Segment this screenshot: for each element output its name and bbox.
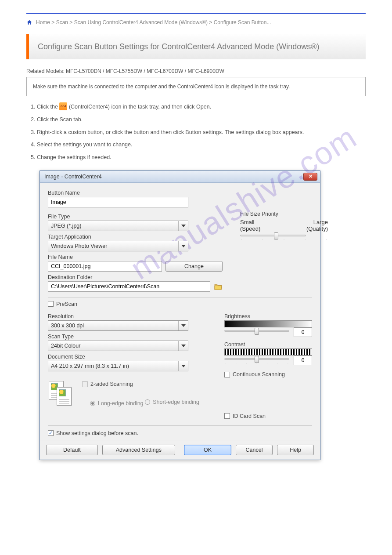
advanced-settings-button[interactable]: Advanced Settings — [102, 445, 175, 455]
home-icon[interactable] — [26, 19, 32, 25]
doc-size-dropdown[interactable]: A4 210 x 297 mm (8.3 x 11.7 in) — [48, 361, 188, 371]
step-5: Change the settings if needed. — [37, 153, 366, 162]
show-settings-checkbox[interactable]: Show settings dialog before scan. — [48, 430, 138, 436]
idcard-label: ID Card Scan — [233, 413, 266, 419]
contrast-value[interactable] — [294, 355, 312, 365]
dialog-title: Image - ControlCenter4 — [44, 174, 102, 180]
dialog-window: Image - ControlCenter4 ✕ Button Name Fil… — [40, 170, 320, 460]
speed-label: (Speed) — [240, 225, 260, 232]
scan-type-value: 24bit Colour — [51, 343, 80, 349]
quality-label: (Quality) — [306, 225, 328, 232]
short-edge-label: Short-edge binding — [153, 399, 199, 405]
two-sided-illustration — [48, 381, 73, 406]
chevron-down-icon — [178, 321, 188, 330]
long-edge-radio: Long-edge binding — [90, 400, 144, 406]
checkbox-icon — [224, 413, 230, 419]
related-models: Related Models: MFC-L5700DN / MFC-L5755D… — [26, 68, 366, 74]
resolution-dropdown[interactable]: 300 x 300 dpi — [48, 320, 188, 331]
step-1-text-a: Click the — [37, 104, 59, 110]
default-button[interactable]: Default — [46, 445, 98, 455]
prescan-checkbox[interactable]: PreScan — [48, 301, 77, 307]
step-1-text-b: (ControlCenter4) icon in the task tray, … — [69, 104, 211, 110]
file-type-value: JPEG (*.jpg) — [51, 223, 81, 229]
file-name-input[interactable] — [48, 261, 162, 272]
step-3: Right-click a custom button, or click th… — [37, 128, 366, 137]
resolution-value: 300 x 300 dpi — [51, 323, 84, 329]
small-label: Small — [240, 219, 255, 225]
file-size-slider[interactable] — [240, 235, 306, 236]
prescan-label: PreScan — [56, 301, 77, 307]
folder-browse-button[interactable] — [214, 283, 223, 290]
resolution-label: Resolution — [48, 313, 207, 319]
continuous-scanning-checkbox[interactable]: Continuous Scanning — [224, 371, 285, 377]
chevron-down-icon — [178, 361, 188, 371]
chevron-down-icon — [178, 241, 188, 251]
contrast-slider[interactable] — [224, 358, 289, 360]
steps-list: Click the (ControlCenter4) icon in the t… — [26, 102, 366, 162]
top-divider — [26, 13, 366, 14]
help-button[interactable]: Help — [277, 445, 314, 455]
divider — [48, 425, 312, 426]
radio-icon — [90, 401, 95, 406]
page-title: Configure Scan Button Settings for Contr… — [38, 42, 320, 51]
cc4-icon — [59, 102, 67, 110]
id-card-scan-checkbox[interactable]: ID Card Scan — [224, 413, 266, 419]
chevron-down-icon — [178, 341, 188, 351]
step-4: Select the settings you want to change. — [37, 141, 366, 149]
contrast-label: Contrast — [224, 341, 312, 348]
target-app-value: Windows Photo Viewer — [51, 243, 107, 249]
target-app-dropdown[interactable]: Windows Photo Viewer — [48, 241, 188, 251]
checkbox-icon — [48, 430, 54, 436]
step-2: Click the Scan tab. — [37, 116, 366, 124]
brightness-label: Brightness — [224, 313, 312, 319]
checkbox-icon — [224, 372, 230, 377]
button-name-label: Button Name — [48, 190, 312, 196]
show-settings-label: Show settings dialog before scan. — [56, 430, 138, 436]
file-size-priority-label: File Size Priority — [240, 211, 328, 217]
brightness-preview — [224, 320, 312, 327]
scan-type-dropdown[interactable]: 24bit Colour — [48, 341, 188, 351]
two-sided-checkbox[interactable]: 2-sided Scanning — [82, 381, 133, 387]
breadcrumb: Home > Scan > Scan Using ControlCenter4 … — [36, 19, 271, 25]
two-sided-label: 2-sided Scanning — [90, 381, 133, 387]
checkbox-icon — [82, 381, 88, 387]
large-label: Large — [313, 219, 328, 225]
file-type-label: File Type — [48, 214, 223, 220]
close-icon: ✕ — [309, 174, 313, 179]
file-type-dropdown[interactable]: JPEG (*.jpg) — [48, 221, 188, 231]
target-app-label: Target Application — [48, 234, 223, 240]
button-name-input[interactable] — [48, 197, 188, 207]
dialog-button-bar: Default Advanced Settings OK Cancel Help — [40, 440, 320, 460]
step-1: Click the (ControlCenter4) icon in the t… — [37, 102, 366, 111]
dest-folder-input[interactable] — [48, 281, 210, 292]
scan-type-label: Scan Type — [48, 334, 207, 340]
chevron-down-icon — [178, 221, 188, 231]
long-edge-label: Long-edge binding — [98, 400, 144, 406]
change-button[interactable]: Change — [165, 261, 223, 272]
radio-icon — [145, 399, 150, 405]
intro-note: Make sure the machine is connected to th… — [26, 77, 366, 96]
close-button[interactable]: ✕ — [303, 173, 317, 181]
brightness-value[interactable] — [294, 327, 312, 337]
divider — [48, 297, 312, 297]
doc-size-label: Document Size — [48, 354, 207, 360]
cancel-button[interactable]: Cancel — [236, 445, 273, 455]
dialog-titlebar: Image - ControlCenter4 ✕ — [40, 171, 320, 183]
short-edge-radio: Short-edge binding — [145, 399, 199, 405]
contrast-preview — [224, 348, 312, 355]
dest-folder-label: Destination Folder — [48, 274, 223, 280]
brightness-slider[interactable] — [224, 330, 289, 332]
continuous-label: Continuous Scanning — [233, 371, 285, 377]
title-band: Configure Scan Button Settings for Contr… — [26, 34, 366, 59]
checkbox-icon — [48, 301, 54, 307]
file-name-label: File Name — [48, 254, 223, 260]
ok-button[interactable]: OK — [184, 445, 231, 455]
doc-size-value: A4 210 x 297 mm (8.3 x 11.7 in) — [51, 363, 129, 369]
